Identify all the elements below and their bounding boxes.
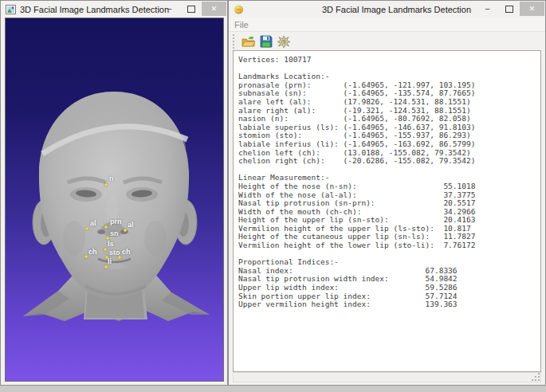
minimize-button[interactable]: – [477, 2, 498, 16]
burst-icon [277, 35, 291, 49]
viewer-window: 3D Facial Image Landmarks Detection – ✕ [0, 0, 228, 386]
toolbar-grip[interactable] [233, 34, 237, 49]
maximize-button[interactable] [498, 2, 520, 16]
status-bar [233, 372, 541, 382]
landmark-label-li: li [108, 258, 112, 265]
landmark-label-ch-right: ch [122, 249, 131, 256]
landmark-label-ls: ls [108, 241, 114, 248]
landmark-dot-prn [104, 225, 108, 229]
viewer-titlebar[interactable]: 3D Facial Image Landmarks Detection – ✕ [1, 1, 227, 18]
landmark-dot-al-right [124, 229, 127, 232]
landmark-label-al-right: al [128, 221, 134, 229]
report-panel[interactable]: Vertices: 100717 Landmarks Location:- pr… [233, 50, 541, 372]
detect-landmarks-button[interactable] [275, 33, 293, 49]
open-file-button[interactable] [240, 33, 257, 49]
3d-viewport[interactable]: nalprnalsnlschstochli [5, 18, 224, 382]
toolbar [229, 32, 545, 51]
maximize-icon [187, 6, 195, 13]
landmark-dot-ch-left [84, 255, 88, 258]
image-window-icon [6, 5, 16, 14]
landmark-label-n: n [109, 175, 114, 182]
landmark-label-prn: prn [110, 218, 122, 225]
menu-file[interactable]: File [229, 20, 254, 29]
viewport-overlay: nalprnalsnlschstochli [6, 18, 224, 382]
save-icon [260, 35, 273, 48]
resize-grip[interactable] [532, 374, 540, 381]
report-window: 3D Facial Image Landmarks Detection – ✕ … [228, 0, 546, 386]
menu-bar: File [229, 18, 545, 32]
maximize-button[interactable] [180, 2, 202, 16]
minimize-button[interactable]: – [159, 2, 180, 16]
landmark-label-sn: sn [110, 230, 119, 237]
landmark-label-ch-left: ch [88, 249, 97, 256]
close-button[interactable]: ✕ [202, 2, 226, 16]
landmark-dot-n [104, 183, 108, 186]
landmark-label-al-left: al [90, 220, 96, 227]
landmark-dot-ch-right [118, 256, 121, 259]
landmark-dot-li [104, 265, 108, 269]
save-file-button[interactable] [257, 33, 275, 49]
landmark-dot-ls [104, 248, 107, 251]
viewer-window-title: 3D Facial Image Landmarks Detection [20, 5, 169, 14]
app-ball-icon [234, 5, 244, 14]
landmark-dot-al-left [85, 227, 88, 230]
close-button[interactable]: ✕ [520, 2, 544, 16]
maximize-icon [505, 6, 513, 13]
report-titlebar[interactable]: 3D Facial Image Landmarks Detection – ✕ [229, 1, 545, 18]
folder-open-icon [242, 35, 256, 48]
report-text: Vertices: 100717 Landmarks Location:- pr… [234, 51, 540, 309]
